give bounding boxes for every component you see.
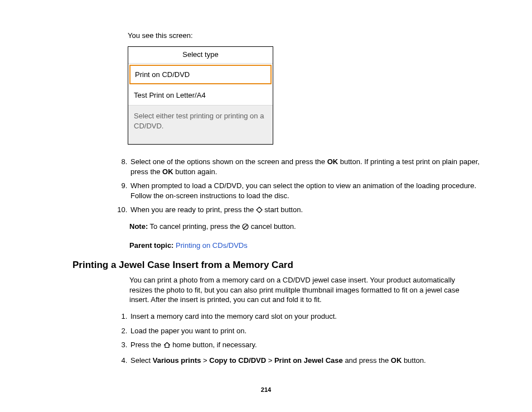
parent-topic-link[interactable]: Printing on CDs/DVDs <box>176 241 248 250</box>
step2-3: Press the home button, if necessary. <box>129 340 480 351</box>
step-9: When prompted to load a CD/DVD, you can … <box>129 181 480 200</box>
steps-list-1: Select one of the options shown on the s… <box>108 157 480 216</box>
start-icon <box>256 206 263 216</box>
parent-topic: Parent topic: Printing on CDs/DVDs <box>129 241 480 250</box>
section-paragraph: You can print a photo from a memory card… <box>129 275 480 305</box>
svg-line-1 <box>244 225 247 228</box>
intro-text: You see this screen: <box>128 31 480 40</box>
step2-1: Insert a memory card into the memory car… <box>129 312 480 322</box>
screen-option-cddvd: Print on CD/DVD <box>129 65 272 84</box>
step2-4: Select Various prints > Copy to CD/DVD >… <box>129 356 480 366</box>
step2-2: Load the paper you want to print on. <box>129 326 480 336</box>
home-icon <box>163 341 171 351</box>
steps-list-2: Insert a memory card into the memory car… <box>108 312 480 365</box>
step-10: When you are ready to print, press the s… <box>129 205 480 216</box>
screen-help-text: Select either test printing or printing … <box>128 106 273 144</box>
screen-option-testprint: Test Print on Letter/A4 <box>128 85 273 106</box>
note-block: Note: To cancel printing, press the canc… <box>129 222 480 233</box>
section-heading: Printing a Jewel Case Insert from a Memo… <box>72 260 480 271</box>
cancel-icon <box>242 223 249 233</box>
step-8: Select one of the options shown on the s… <box>129 157 480 176</box>
select-type-screen: Select type Print on CD/DVD Test Print o… <box>128 46 273 145</box>
page-number: 214 <box>0 386 532 393</box>
screen-title: Select type <box>128 47 273 64</box>
